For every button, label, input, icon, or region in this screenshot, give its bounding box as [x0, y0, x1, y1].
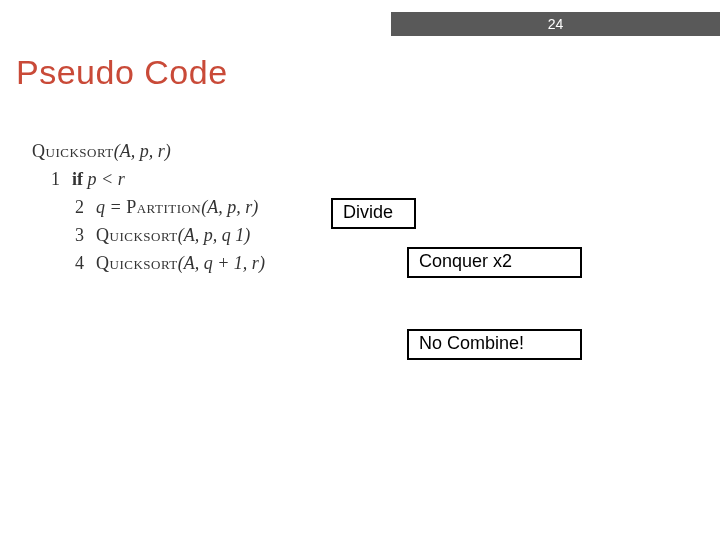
slide-title: Pseudo Code: [16, 53, 228, 92]
function-name: Partition: [126, 197, 201, 217]
function-name: Quicksort: [32, 141, 114, 161]
assign-left: q =: [96, 197, 126, 217]
call-args: (A, q + 1, r): [178, 253, 265, 273]
pseudocode-block: Quicksort(A, p, r) 1if p < r 2q = Partit…: [32, 138, 265, 277]
code-line: 2q = Partition(A, p, r): [56, 194, 265, 222]
keyword-if: if: [72, 169, 88, 189]
line-number: 1: [32, 166, 60, 194]
page-number-bar: 24: [391, 12, 720, 36]
annotation-conquer: Conquer x2: [407, 247, 582, 278]
line-number: 2: [56, 194, 84, 222]
code-line: 3Quicksort(A, p, q 1): [56, 222, 265, 250]
page-number: 24: [548, 16, 564, 32]
code-line: 1if p < r: [32, 166, 265, 194]
condition: p < r: [88, 169, 125, 189]
annotation-no-combine: No Combine!: [407, 329, 582, 360]
code-line: 4Quicksort(A, q + 1, r): [56, 250, 265, 278]
line-number: 4: [56, 250, 84, 278]
line-number: 3: [56, 222, 84, 250]
slide: 24 Pseudo Code Quicksort(A, p, r) 1if p …: [0, 0, 720, 540]
code-header: Quicksort(A, p, r): [32, 138, 265, 166]
function-args: (A, p, r): [114, 141, 171, 161]
call-args: (A, p, r): [201, 197, 258, 217]
annotation-divide: Divide: [331, 198, 416, 229]
call-args: (A, p, q 1): [178, 225, 250, 245]
function-name: Quicksort: [96, 225, 178, 245]
function-name: Quicksort: [96, 253, 178, 273]
